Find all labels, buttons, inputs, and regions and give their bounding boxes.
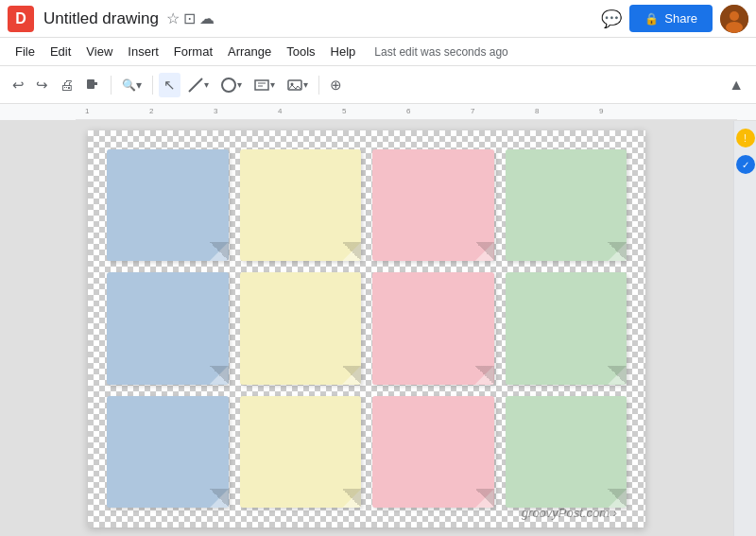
svg-text:9: 9 [599,107,604,115]
shape-tool[interactable]: ▾ [215,73,247,97]
svg-point-2 [726,22,743,33]
list-item[interactable] [506,272,627,385]
svg-text:2: 2 [149,107,154,115]
cursor-tool[interactable]: ↖ [159,73,180,97]
undo-button[interactable]: ↩ [8,73,29,97]
menu-insert[interactable]: Insert [120,41,166,62]
ruler: 1 2 3 4 5 6 7 8 9 [0,104,756,121]
list-item[interactable] [372,149,494,262]
menu-bar: File Edit View Insert Format Arrange Too… [0,38,756,66]
list-item[interactable] [240,272,362,385]
image-tool[interactable]: ▾ [282,73,313,97]
folder-icon[interactable]: ⊡ [183,9,196,27]
menu-edit[interactable]: Edit [43,41,78,62]
list-item[interactable] [240,396,362,509]
drawing-canvas[interactable]: groovyPost.com › [88,130,645,527]
svg-text:3: 3 [214,107,218,115]
menu-format[interactable]: Format [166,41,220,62]
sidebar-checkmark-icon[interactable]: ✓ [736,155,755,174]
list-item[interactable] [107,396,229,509]
svg-point-6 [222,78,235,92]
svg-text:1: 1 [85,107,90,115]
list-item[interactable] [506,149,627,262]
zoom-icon: 🔍 [122,78,136,92]
menu-view[interactable]: View [78,41,120,62]
document-title[interactable]: Untitled drawing [43,9,159,28]
redo-button[interactable]: ↪ [31,73,53,97]
separator-1 [111,76,112,95]
list-item[interactable] [372,272,494,385]
print-button[interactable]: 🖨 [55,73,78,96]
svg-text:6: 6 [406,107,411,115]
svg-rect-4 [93,82,97,85]
menu-tools[interactable]: Tools [279,41,322,62]
collapse-toolbar-button[interactable]: ▲ [724,73,748,97]
watermark: groovyPost.com › [522,506,617,520]
list-item[interactable] [107,272,229,385]
svg-point-1 [730,11,739,21]
menu-file[interactable]: File [8,41,43,62]
watermark-arrow: › [613,506,617,520]
lock-icon: 🔒 [644,12,659,26]
list-item[interactable] [506,396,627,509]
cloud-icon[interactable]: ☁ [199,9,215,27]
svg-line-5 [189,78,202,92]
google-logo: D [8,6,34,32]
svg-text:8: 8 [535,107,540,115]
svg-text:5: 5 [342,107,347,115]
sidebar-notification-icon[interactable]: ! [736,129,755,147]
svg-text:7: 7 [471,107,475,115]
paint-format-button[interactable] [80,74,105,96]
svg-text:4: 4 [278,107,283,115]
notes-grid [107,149,627,509]
separator-2 [152,76,153,95]
menu-arrange[interactable]: Arrange [220,41,279,62]
separator-3 [318,76,319,95]
title-bar: D Untitled drawing ☆ ⊡ ☁ 💬 🔒 Share [0,0,756,38]
share-button[interactable]: 🔒 Share [629,5,713,32]
comment-button[interactable]: 💬 [593,5,629,33]
list-item[interactable] [372,396,494,509]
last-edit-status: Last edit was seconds ago [374,45,507,59]
canvas-container[interactable]: groovyPost.com › [0,121,733,536]
menu-help[interactable]: Help [323,41,364,62]
zoom-button[interactable]: 🔍 ▾ [117,75,146,95]
main-area: groovyPost.com › ! ✓ [0,121,756,536]
star-icon[interactable]: ☆ [166,9,180,27]
zoom-level: ▾ [136,78,142,92]
avatar[interactable] [720,5,748,33]
right-sidebar: ! ✓ [733,121,756,536]
watermark-text: groovyPost.com [522,506,610,520]
textbox-tool[interactable]: ▾ [249,73,280,97]
list-item[interactable] [240,149,362,262]
list-item[interactable] [107,149,229,262]
insert-button[interactable]: ⊕ [325,73,347,97]
svg-rect-7 [255,80,268,90]
toolbar: ↩ ↪ 🖨 🔍 ▾ ↖ ▾ ▾ ▾ ▾ ⊕ ▲ [0,66,756,104]
line-tool[interactable]: ▾ [182,73,214,97]
